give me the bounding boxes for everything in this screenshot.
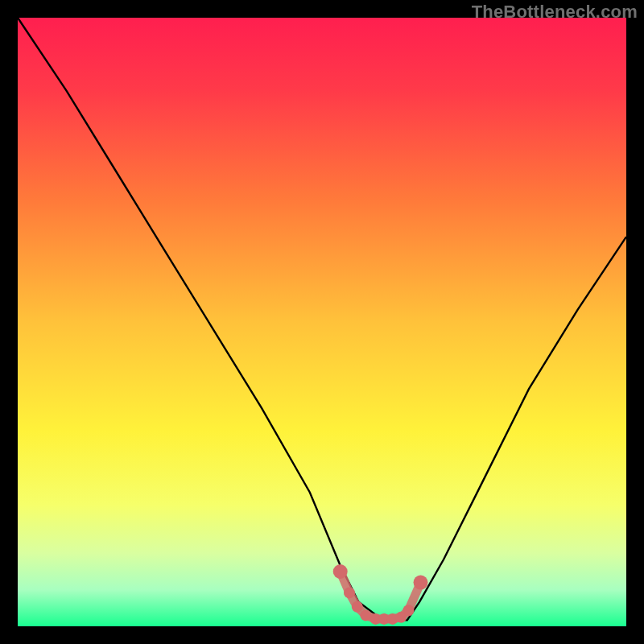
marker-dot (352, 601, 363, 613)
chart-svg-layer (18, 18, 626, 626)
marker-dot (414, 576, 428, 590)
marker-dot (402, 605, 414, 616)
marker-dot (344, 587, 355, 598)
chart-frame: TheBottleneck.com (0, 0, 644, 644)
watermark-text: TheBottleneck.com (472, 2, 638, 23)
bottleneck-curve (18, 18, 626, 620)
marker-dot (333, 564, 348, 579)
marker-dot (360, 609, 371, 621)
